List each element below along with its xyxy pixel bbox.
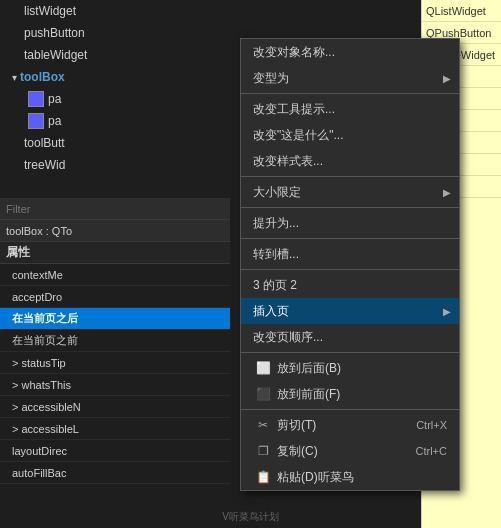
menu-separator (241, 352, 459, 353)
property-section-header: 属性 (0, 242, 230, 264)
tree-row[interactable]: pa (0, 88, 230, 110)
tree-label: toolButt (24, 136, 65, 150)
menu-label: 剪切(T) (277, 417, 316, 434)
tree-label: treeWid (24, 158, 65, 172)
property-row[interactable]: > whatsThis (0, 374, 230, 396)
page-icon (28, 91, 44, 107)
menu-separator (241, 269, 459, 270)
bring-front-icon: ⬛ (253, 386, 273, 402)
menu-label: 复制(C) (277, 443, 318, 460)
menu-label: 3 的页 2 (253, 277, 297, 294)
tree-label: pa (48, 114, 61, 128)
property-row[interactable]: layoutDirec (0, 440, 230, 462)
tree-row[interactable]: pushButton (0, 22, 230, 44)
submenu-arrow-icon: ▶ (443, 73, 451, 84)
property-row[interactable]: 在当前页之前 (0, 330, 230, 352)
prop-name: 在当前页之后 (12, 311, 78, 326)
right-row: QListWidget (422, 0, 501, 22)
filter-input[interactable] (6, 203, 166, 215)
tree-label: pushButton (24, 26, 85, 40)
menu-separator (241, 176, 459, 177)
menu-item-goto-slot[interactable]: 转到槽... (241, 241, 459, 267)
menu-label: 改变工具提示... (253, 101, 335, 118)
menu-separator (241, 93, 459, 94)
property-row[interactable]: autoFillBac (0, 462, 230, 484)
menu-separator (241, 409, 459, 410)
prop-name: acceptDro (12, 291, 62, 303)
menu-label: 提升为... (253, 215, 299, 232)
menu-label: 放到前面(F) (277, 386, 340, 403)
expand-arrow-icon[interactable]: ▾ (8, 71, 20, 83)
prop-name: > whatsThis (12, 379, 71, 391)
tree-row[interactable]: treeWid (0, 154, 230, 176)
property-row-selected[interactable]: 在当前页之后 (0, 308, 230, 330)
tree-row[interactable]: pa (0, 110, 230, 132)
tree-row[interactable]: toolButt (0, 132, 230, 154)
property-row[interactable]: > accessibleL (0, 418, 230, 440)
tree-label: tableWidget (24, 48, 87, 62)
prop-name: contextMe (12, 269, 63, 281)
menu-item-cut[interactable]: ✂ 剪切(T) Ctrl+X (241, 412, 459, 438)
menu-item-copy[interactable]: ❐ 复制(C) Ctrl+C (241, 438, 459, 464)
watermark-text: V听菜鸟计划 (222, 511, 279, 522)
menu-item-rename[interactable]: 改变对象名称... (241, 39, 459, 65)
menu-label: 粘贴(D)听菜鸟 (277, 469, 354, 486)
menu-label: 改变"这是什么"... (253, 127, 344, 144)
menu-item-stylesheet[interactable]: 改变样式表... (241, 148, 459, 174)
submenu-arrow-icon: ▶ (443, 306, 451, 317)
menu-label: 插入页 (253, 303, 289, 320)
menu-item-send-back[interactable]: ⬜ 放到后面(B) (241, 355, 459, 381)
tree-label: pa (48, 92, 61, 106)
prop-name: > accessibleL (12, 423, 79, 435)
prop-name: > statusTip (12, 357, 66, 369)
tree-row-toolbox[interactable]: ▾ toolBox (0, 66, 230, 88)
send-back-icon: ⬜ (253, 360, 273, 376)
property-row[interactable]: > statusTip (0, 352, 230, 374)
menu-label: 变型为 (253, 70, 289, 87)
menu-item-tooltip[interactable]: 改变工具提示... (241, 96, 459, 122)
menu-item-paste[interactable]: 📋 粘贴(D)听菜鸟 (241, 464, 459, 490)
prop-name: 在当前页之前 (12, 333, 78, 348)
section-label: 属性 (6, 244, 30, 261)
prop-name: layoutDirec (12, 445, 67, 457)
menu-item-morph[interactable]: 变型为 ▶ (241, 65, 459, 91)
property-row[interactable]: > accessibleN (0, 396, 230, 418)
menu-label: 改变样式表... (253, 153, 323, 170)
tree-row[interactable]: tableWidget (0, 44, 230, 66)
tree-label: toolBox (20, 70, 65, 84)
submenu-arrow-icon: ▶ (443, 187, 451, 198)
menu-label: 改变对象名称... (253, 44, 335, 61)
menu-item-change-page-order[interactable]: 改变页顺序... (241, 324, 459, 350)
menu-item-whatsthis[interactable]: 改变"这是什么"... (241, 122, 459, 148)
tree-row[interactable]: listWidget (0, 0, 230, 22)
menu-item-page-number[interactable]: 3 的页 2 (241, 272, 459, 298)
type-text: toolBox : QTo (6, 225, 72, 237)
filter-bar (0, 198, 230, 220)
watermark: V听菜鸟计划 (0, 510, 501, 524)
menu-item-insert-page[interactable]: 插入页 ▶ (241, 298, 459, 324)
cut-icon: ✂ (253, 417, 273, 433)
prop-name: > accessibleN (12, 401, 81, 413)
copy-icon: ❐ (253, 443, 273, 459)
menu-label: 改变页顺序... (253, 329, 323, 346)
property-row[interactable]: contextMe (0, 264, 230, 286)
menu-separator (241, 238, 459, 239)
menu-item-promote[interactable]: 提升为... (241, 210, 459, 236)
page-icon (28, 113, 44, 129)
context-menu: 改变对象名称... 变型为 ▶ 改变工具提示... 改变"这是什么"... 改变… (240, 38, 460, 491)
type-label: toolBox : QTo (0, 220, 230, 242)
menu-label: 转到槽... (253, 246, 299, 263)
widget-tree: listWidget pushButton tableWidget ▾ tool… (0, 0, 230, 176)
shortcut-label: Ctrl+C (416, 445, 447, 457)
paste-icon: 📋 (253, 469, 273, 485)
menu-label: 放到后面(B) (277, 360, 341, 377)
prop-name: autoFillBac (12, 467, 66, 479)
shortcut-label: Ctrl+X (416, 419, 447, 431)
menu-label: 大小限定 (253, 184, 301, 201)
menu-item-size-limit[interactable]: 大小限定 ▶ (241, 179, 459, 205)
property-row[interactable]: acceptDro (0, 286, 230, 308)
tree-label: listWidget (24, 4, 76, 18)
menu-item-bring-front[interactable]: ⬛ 放到前面(F) (241, 381, 459, 407)
menu-separator (241, 207, 459, 208)
